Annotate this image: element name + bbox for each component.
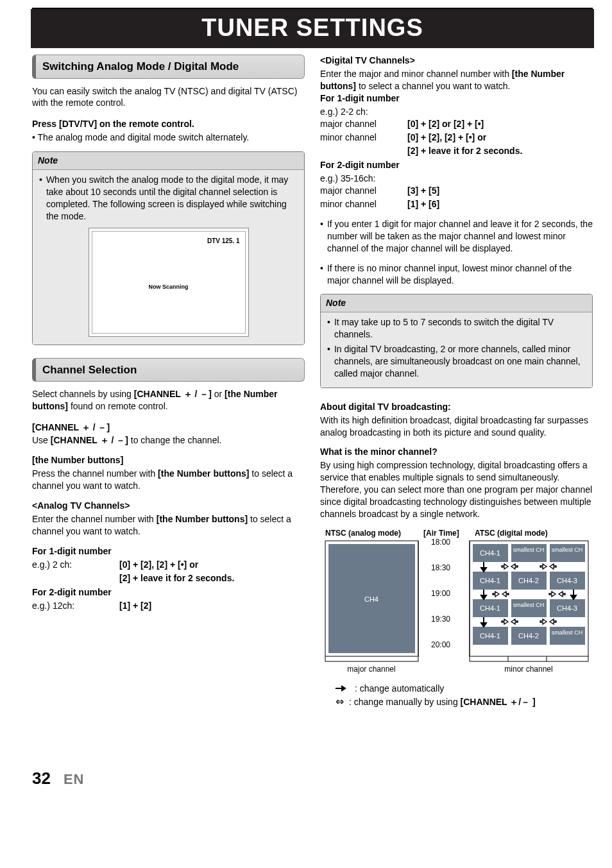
press-label: Press [DTV/TV] on the remote control. xyxy=(32,118,305,130)
tv-channel-tag: DTV 125. 1 xyxy=(207,237,240,246)
svg-text:CH4-1: CH4-1 xyxy=(480,549,500,557)
svg-text:CH4-1: CH4-1 xyxy=(480,632,500,640)
note-box-left: Note • When you switch the analog mode t… xyxy=(32,151,305,345)
r2-minor-label: minor channel xyxy=(320,198,397,210)
what-p1: By using high compression technology, di… xyxy=(320,459,593,484)
ch-intro: Select channels by using [CHANNEL ＋ / －]… xyxy=(32,388,305,413)
svg-text:18:30: 18:30 xyxy=(430,563,450,572)
analog-head: <Analog TV Channels> xyxy=(32,500,305,512)
t: or xyxy=(214,389,225,399)
tv-status-msg: Now Scanning xyxy=(148,283,188,291)
svg-text:smallest CH: smallest CH xyxy=(513,547,544,553)
t: [the Number buttons] xyxy=(158,468,249,479)
for1-eg-label: e.g.) 2 ch: xyxy=(32,559,109,571)
arrow-open-icon: ⇔ xyxy=(336,697,344,707)
bullet-icon: • xyxy=(320,218,323,255)
t: Enter the channel number with xyxy=(32,514,157,524)
dia-ntsc: NTSC (analog mode) xyxy=(325,529,401,538)
for1-eg-line2: [2] + leave it for 2 seconds. xyxy=(119,572,305,584)
for2-label: For 2-digit number xyxy=(32,586,305,599)
svg-text:CH4: CH4 xyxy=(364,595,378,603)
r-for1-label: For 1-digit number xyxy=(320,92,593,105)
number-buttons-body: Press the channel number with [the Numbe… xyxy=(32,468,305,492)
analog-intro: Enter the channel number with [the Numbe… xyxy=(32,513,305,538)
svg-text:CH4-2: CH4-2 xyxy=(518,577,539,584)
svg-text:20:00: 20:00 xyxy=(430,640,450,649)
r-for2-label: For 2-digit number xyxy=(320,159,593,171)
bullet-icon: • xyxy=(39,174,42,223)
t: [CHANNEL ＋/－ ] xyxy=(461,697,536,707)
what-head: What is the minor channel? xyxy=(320,446,593,458)
section-switch-mode: Switching Analog Mode / Digital Mode xyxy=(32,55,305,78)
r-minor-line2: [2] + leave it for 2 seconds. xyxy=(407,145,593,157)
note-box-right: Note • It may take up to 5 to 7 seconds … xyxy=(320,294,593,387)
svg-text:CH4-2: CH4-2 xyxy=(518,632,539,640)
bullet-icon: • xyxy=(327,343,330,380)
svg-text:minor channel: minor channel xyxy=(504,665,552,674)
svg-marker-44 xyxy=(481,568,486,572)
for2-eg-val: [1] + [2] xyxy=(119,600,305,612)
legend-manual: : change manually by using [CHANNEL ＋/－ … xyxy=(349,696,536,708)
svg-marker-48 xyxy=(481,623,486,627)
page-footer: 32 EN xyxy=(32,767,612,790)
r-for2-eg: e.g.) 35-16ch: xyxy=(320,173,593,185)
legend-auto: : change automatically xyxy=(355,683,444,695)
t: Select channels by using xyxy=(32,389,134,399)
channel-diagram: .hdr{font:700 12px sans-serif;} .tm{font… xyxy=(320,528,593,679)
t: found on remote control. xyxy=(71,401,168,411)
what-p2: Therefore, you can select more than one … xyxy=(320,484,593,520)
t: Press the channel number with xyxy=(32,468,158,479)
about-head: About digital TV broadcasting: xyxy=(320,401,593,413)
note-r1: It may take up to 5 to 7 seconds to swit… xyxy=(334,316,586,341)
page-number: 32 xyxy=(32,767,51,790)
digital-head: <Digital TV Channels> xyxy=(320,55,593,67)
svg-text:smallest CH: smallest CH xyxy=(513,602,544,608)
svg-text:smallest CH: smallest CH xyxy=(551,547,582,553)
svg-text:19:30: 19:30 xyxy=(430,615,450,624)
bullet-icon: • xyxy=(320,262,323,287)
r2-major-val: [3] + [5] xyxy=(407,185,593,197)
channel-pm-body: Use [CHANNEL ＋ / －] to change the channe… xyxy=(32,434,305,447)
for2-eg-label: e.g.) 12ch: xyxy=(32,600,109,612)
section-channel-selection: Channel Selection xyxy=(32,358,305,382)
bullet-icon: • xyxy=(327,316,330,341)
r-major-label: major channel xyxy=(320,118,397,130)
page-title: TUNER SETTINGS xyxy=(31,9,594,48)
r2-minor-val: [1] + [6] xyxy=(407,198,593,210)
t: Use xyxy=(32,435,51,445)
diagram-legend: : change automatically ⇔ : change manual… xyxy=(320,683,593,708)
channel-pm-head: [CHANNEL ＋ / －] xyxy=(32,421,305,434)
intro-text: You can easily switch the analog TV (NTS… xyxy=(32,85,305,110)
t: to change the channel. xyxy=(131,435,222,445)
svg-text:CH4-3: CH4-3 xyxy=(557,577,577,584)
for1-label: For 1-digit number xyxy=(32,545,305,557)
note-heading: Note xyxy=(321,294,592,312)
t: [CHANNEL ＋ / －] xyxy=(51,435,128,445)
note-text: When you switch the analog mode to the d… xyxy=(46,174,298,223)
t: [the Number buttons] xyxy=(157,514,248,524)
note-heading: Note xyxy=(33,152,304,170)
tv-frame: DTV 125. 1 Now Scanning xyxy=(89,228,249,337)
t: [CHANNEL ＋ / －] xyxy=(134,389,212,399)
right-column: <Digital TV Channels> Enter the major an… xyxy=(320,55,593,709)
left-column: Switching Analog Mode / Digital Mode You… xyxy=(32,55,305,709)
press-bullet: • The analog mode and digital mode switc… xyxy=(32,132,305,144)
r2-major-label: major channel xyxy=(320,185,397,197)
r-major-val: [0] + [2] or [2] + [•] xyxy=(407,118,593,130)
right-bullet2: If there is no minor channel input, lowe… xyxy=(327,262,593,287)
svg-text:smallest CH: smallest CH xyxy=(551,629,582,636)
svg-marker-46 xyxy=(481,595,486,599)
svg-text:CH4-3: CH4-3 xyxy=(557,604,577,612)
arrow-solid-icon xyxy=(336,685,350,692)
t: : change manually by using xyxy=(349,697,461,707)
for1-eg-line1: [0] + [2], [2] + [•] or xyxy=(119,559,305,571)
about-body: With its high definition broadcast, digi… xyxy=(320,414,593,439)
svg-text:major channel: major channel xyxy=(347,665,395,674)
number-buttons-head: [the Number buttons] xyxy=(32,454,305,466)
dia-atsc: ATSC (digital mode) xyxy=(475,529,548,538)
svg-text:CH4-1: CH4-1 xyxy=(480,604,500,612)
r-minor-line1: [0] + [2], [2] + [•] or xyxy=(407,132,593,144)
svg-marker-50 xyxy=(571,595,576,599)
svg-text:18:00: 18:00 xyxy=(430,538,450,547)
t: Enter the major and minor channel number… xyxy=(320,69,512,79)
